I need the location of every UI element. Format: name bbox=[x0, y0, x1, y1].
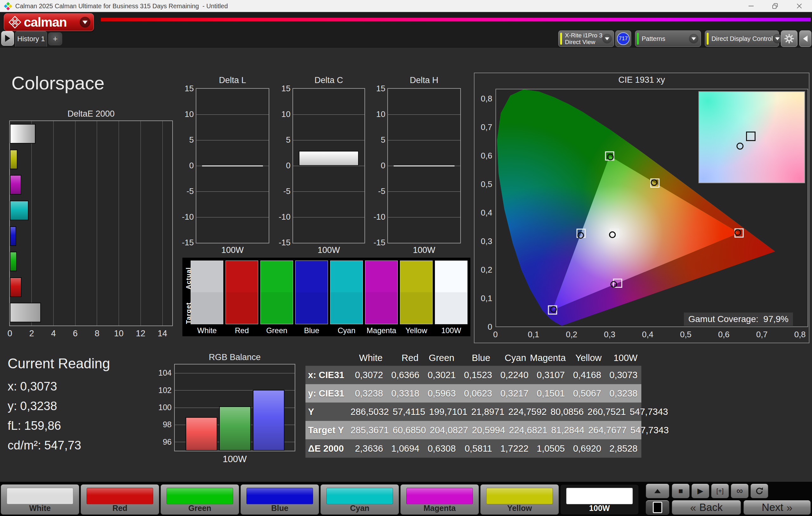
window-title: Calman 2025 Calman Ultimate for Business… bbox=[15, 0, 228, 12]
table-cell: 0,3238 bbox=[605, 388, 641, 399]
cie-ytick-label: 0,5 bbox=[476, 179, 492, 189]
rgb-tick-label: 98 bbox=[156, 420, 172, 429]
rgb-tick-label: 96 bbox=[156, 437, 172, 447]
swatch-label-yellow: Yellow bbox=[400, 326, 433, 335]
delta_l-zero-line bbox=[202, 165, 263, 166]
table-cell: 2,3636 bbox=[350, 444, 387, 454]
pattern-button-blue[interactable]: Blue bbox=[240, 484, 319, 515]
table-cell: 0,3021 bbox=[423, 370, 460, 381]
page-title: Colorspace bbox=[11, 72, 104, 93]
table-cell: 0,3073 bbox=[605, 370, 641, 381]
swatch-label-blue: Blue bbox=[295, 326, 328, 335]
pattern-button-red[interactable]: Red bbox=[81, 484, 159, 515]
delta_l-tick-label: -10 bbox=[179, 212, 194, 222]
swatch-white bbox=[191, 261, 223, 324]
pattern-swatch-100w bbox=[566, 488, 633, 504]
delta_h-tick-label: 5 bbox=[370, 135, 385, 145]
play-measure-button[interactable]: ▶ bbox=[692, 484, 709, 498]
pattern-button-magenta[interactable]: Magenta bbox=[400, 484, 479, 515]
table-cell: 224,7592 bbox=[508, 407, 550, 417]
whitepoint-zoom-inset bbox=[698, 91, 805, 183]
deltae-bar-blue bbox=[10, 226, 16, 246]
table-cell: 2,8528 bbox=[605, 444, 641, 454]
next-button[interactable]: Next » bbox=[744, 500, 811, 515]
delta_c-tick-label: -10 bbox=[275, 212, 291, 222]
chevron-down-icon bbox=[83, 21, 88, 24]
table-cell: 0,3238 bbox=[350, 388, 387, 399]
deltae-bar-magenta bbox=[10, 175, 21, 194]
swatch-blue bbox=[295, 261, 328, 324]
collapse-panel-button[interactable] bbox=[799, 30, 811, 47]
back-button[interactable]: « Back bbox=[672, 500, 741, 515]
session-play-button[interactable] bbox=[1, 31, 14, 45]
pattern-button-cyan[interactable]: Cyan bbox=[320, 484, 399, 515]
table-cell: 0,5067 bbox=[569, 388, 605, 399]
swatch-yellow bbox=[400, 261, 433, 324]
table-cell: 20,5994 bbox=[472, 425, 509, 435]
pattern-button-yellow[interactable]: Yellow bbox=[480, 484, 559, 515]
table-cell: 57,4115 bbox=[393, 407, 429, 417]
results-table: WhiteRedGreenBlueCyanMagentaYellow100Wx:… bbox=[306, 350, 641, 458]
patterns-dropdown[interactable]: Patterns bbox=[635, 30, 701, 47]
reading-cdm2: cd/m²:547,73 bbox=[8, 439, 84, 452]
column-header-cyan: Cyan bbox=[494, 353, 530, 363]
settings-button[interactable] bbox=[781, 30, 798, 47]
swatch-label-100w: 100W bbox=[435, 326, 467, 335]
tab-history-1[interactable]: History 1 bbox=[15, 31, 47, 47]
meter-status-button[interactable]: 717 bbox=[615, 30, 631, 47]
deltae-tick-label: 14 bbox=[153, 329, 172, 338]
cie-ytick-label: 0,8 bbox=[476, 94, 492, 104]
deltae-gridline bbox=[75, 121, 76, 326]
calman-menu-button[interactable]: calman bbox=[4, 13, 94, 31]
minimize-button[interactable] bbox=[741, 0, 761, 12]
refresh-button[interactable] bbox=[751, 484, 768, 498]
pattern-panel-up-button[interactable] bbox=[646, 484, 669, 498]
table-cell: 547,7343 bbox=[630, 425, 672, 435]
continuous-measure-button[interactable]: ∞ bbox=[731, 484, 749, 498]
cie-ytick-label: 0,2 bbox=[476, 265, 492, 275]
pattern-button-green[interactable]: Green bbox=[161, 484, 239, 515]
delta_l-gridline bbox=[196, 191, 269, 192]
chevrons-right-icon: » bbox=[786, 502, 792, 514]
swatch-cyan bbox=[330, 261, 363, 324]
deltae-tick-label: 10 bbox=[110, 329, 128, 338]
swatch-label-white: White bbox=[191, 326, 223, 335]
table-row: ΔE 20002,36361,06940,63080,58111,72221,0… bbox=[306, 439, 641, 458]
add-tab-button[interactable]: + bbox=[48, 32, 62, 45]
app-logo-icon bbox=[4, 2, 12, 10]
delta-c-title: Delta C bbox=[292, 75, 365, 85]
chevron-down-icon[interactable] bbox=[602, 34, 612, 43]
swatch-label-green: Green bbox=[260, 326, 293, 335]
restore-button[interactable] bbox=[765, 0, 785, 12]
menu-arrow[interactable] bbox=[80, 17, 90, 28]
close-button[interactable] bbox=[789, 0, 809, 12]
row-label: y: CIE31 bbox=[306, 388, 350, 399]
column-header-white: White bbox=[350, 353, 386, 363]
meter-dropdown[interactable]: X-Rite i1Pro 3 Direct View bbox=[558, 30, 614, 47]
delta_c-gridline bbox=[293, 191, 365, 192]
pattern-swatch-blue bbox=[246, 488, 313, 504]
pattern-button-100w[interactable]: 100W bbox=[560, 484, 639, 515]
single-measure-button[interactable]: [+] bbox=[711, 484, 729, 498]
cie-xtick-label: 0 bbox=[484, 330, 506, 339]
delta-h-title: Delta H bbox=[387, 75, 461, 85]
column-header-green: Green bbox=[422, 353, 458, 363]
swatch-100w bbox=[435, 261, 467, 324]
chevron-down-icon[interactable] bbox=[689, 34, 698, 43]
display-control-accent bbox=[707, 33, 708, 45]
delta_c-tick-label: -5 bbox=[275, 186, 291, 196]
column-header-100w: 100W bbox=[606, 353, 641, 363]
table-cell: 0,5811 bbox=[460, 444, 496, 454]
cie-xtick-label: 0,6 bbox=[713, 330, 735, 339]
pattern-window-button[interactable] bbox=[646, 500, 669, 515]
swatch-magenta bbox=[365, 261, 398, 324]
current-reading-title: Current Reading bbox=[8, 356, 110, 371]
pattern-label: Green bbox=[161, 504, 239, 513]
delta_c-tick-label: 15 bbox=[275, 84, 291, 93]
pattern-button-white[interactable]: White bbox=[1, 484, 79, 515]
stop-button[interactable]: ■ bbox=[672, 484, 690, 498]
delta_c-gridline bbox=[293, 217, 365, 217]
pattern-swatch-red bbox=[87, 488, 153, 504]
delta_h-gridline bbox=[388, 217, 460, 217]
display-control-dropdown[interactable]: Direct Display Control bbox=[705, 30, 779, 47]
